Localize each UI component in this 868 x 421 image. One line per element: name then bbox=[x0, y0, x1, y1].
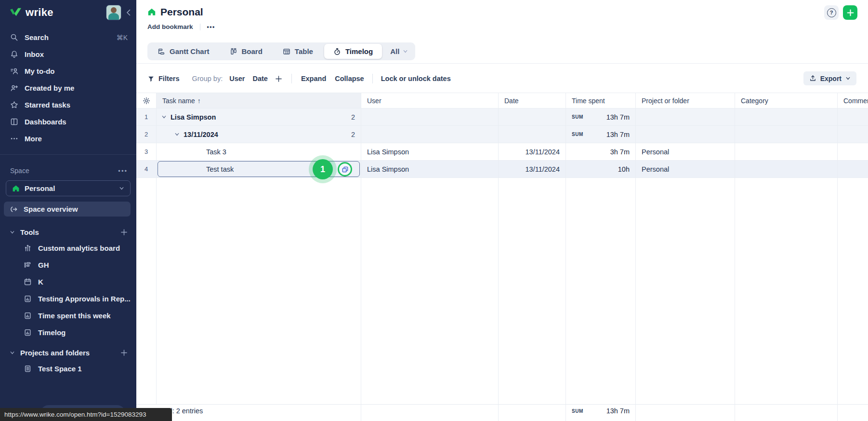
tab-table[interactable]: Table bbox=[273, 42, 323, 60]
table-row-group-user[interactable]: 1 Lisa Simpson 2 SUM 13h 7m bbox=[136, 109, 868, 126]
sidebar-collapse-chevron-icon[interactable] bbox=[126, 9, 131, 16]
table-row-test-task[interactable]: 4 Test task Lisa Simpson 13/11/2024 10h … bbox=[136, 161, 868, 178]
sidebar-item-k[interactable]: K bbox=[0, 273, 136, 290]
sidebar-item-starred-tasks[interactable]: Starred tasks bbox=[0, 96, 136, 113]
user-cell[interactable]: Lisa Simpson bbox=[361, 143, 499, 161]
bell-icon bbox=[10, 50, 18, 58]
task-name-cell[interactable]: Test task bbox=[157, 161, 361, 178]
group-cell-user[interactable]: Lisa Simpson 2 bbox=[157, 109, 361, 126]
sidebar-item-time-spent-this-week[interactable]: Time spent this week bbox=[0, 307, 136, 324]
report-icon bbox=[24, 295, 32, 303]
sidebar-item-custom-analytics-board[interactable]: Custom analytics board bbox=[0, 240, 136, 257]
export-button[interactable]: Export bbox=[803, 71, 856, 85]
chevron-down-icon[interactable] bbox=[174, 132, 180, 137]
tab-gantt-chart[interactable]: Gantt Chart bbox=[147, 42, 220, 60]
sidebar-item-created-by-me[interactable]: Created by me bbox=[0, 80, 136, 96]
add-bookmark-link[interactable]: Add bookmark bbox=[147, 23, 193, 30]
add-project-icon[interactable] bbox=[120, 349, 128, 356]
expand-button[interactable]: Expand bbox=[301, 75, 326, 82]
project-cell[interactable]: Personal bbox=[636, 143, 735, 161]
add-tool-icon[interactable] bbox=[120, 229, 128, 236]
grid-settings-cell[interactable] bbox=[136, 93, 157, 109]
column-header-time-spent[interactable]: Time spent bbox=[566, 93, 636, 109]
help-button[interactable]: ? bbox=[824, 5, 839, 20]
date-cell[interactable]: 13/11/2024 bbox=[499, 161, 566, 178]
tools-label: Tools bbox=[20, 228, 39, 236]
sidebar-divider bbox=[0, 154, 136, 155]
bookmark-row: Add bookmark ••• bbox=[147, 23, 215, 30]
wrike-logo[interactable]: wrike bbox=[10, 6, 53, 19]
sidebar-item-inbox[interactable]: Inbox bbox=[0, 46, 136, 63]
column-header-category[interactable]: Category bbox=[735, 93, 838, 109]
column-header-date[interactable]: Date bbox=[499, 93, 566, 109]
stopwatch-icon bbox=[333, 48, 341, 55]
chevron-down-icon bbox=[10, 230, 15, 235]
table-row-task-3[interactable]: 3 Task 3 Lisa Simpson 13/11/2024 3h 7m P… bbox=[136, 143, 868, 161]
sidebar-item-search[interactable]: Search ⌘K bbox=[0, 29, 136, 46]
column-header-task-name[interactable]: Task name ↑ bbox=[157, 93, 361, 109]
sidebar-item-more[interactable]: More bbox=[0, 130, 136, 147]
group-count: 2 bbox=[351, 131, 355, 138]
tab-board[interactable]: Board bbox=[220, 42, 273, 60]
user-avatar[interactable] bbox=[106, 5, 121, 20]
table-icon bbox=[283, 48, 290, 55]
space-overview-icon bbox=[10, 205, 18, 213]
time-spent-cell[interactable]: 3h 7m bbox=[566, 143, 636, 161]
report-icon bbox=[24, 312, 32, 320]
sidebar-item-test-space-1[interactable]: Test Space 1 bbox=[0, 360, 136, 377]
chevron-down-icon[interactable] bbox=[161, 114, 167, 120]
column-header-user[interactable]: User bbox=[361, 93, 499, 109]
time-spent-value: 3h 7m bbox=[610, 148, 630, 156]
sidebar-item-timelog[interactable]: Timelog bbox=[0, 324, 136, 341]
divider bbox=[291, 74, 292, 83]
tab-timelog[interactable]: Timelog bbox=[324, 44, 382, 59]
space-more-icon[interactable]: ••• bbox=[118, 167, 128, 175]
user-cell[interactable]: Lisa Simpson bbox=[361, 161, 499, 178]
tab-label: All bbox=[390, 47, 399, 55]
projects-section-header[interactable]: Projects and folders bbox=[0, 345, 136, 360]
sidebar-item-label: Custom analytics board bbox=[38, 244, 120, 252]
project-cell[interactable]: Personal bbox=[636, 161, 735, 178]
space-section-header: Space ••• bbox=[0, 164, 136, 177]
add-grouping-icon[interactable] bbox=[275, 75, 282, 82]
group-by-user[interactable]: User bbox=[229, 75, 245, 82]
collapse-button[interactable]: Collapse bbox=[335, 75, 364, 82]
task-name: Task 3 bbox=[206, 148, 226, 156]
tab-all-dropdown[interactable]: All bbox=[383, 42, 415, 60]
selection-outline bbox=[158, 161, 360, 177]
sidebar-item-gh[interactable]: GH bbox=[0, 257, 136, 273]
sidebar-nav: Search ⌘K Inbox My to-do Created by me S… bbox=[0, 25, 136, 147]
filters-button[interactable]: Filters bbox=[147, 75, 180, 82]
create-new-button[interactable] bbox=[843, 5, 857, 20]
table-row-group-date[interactable]: 2 13/11/2024 2 SUM 13h 7m bbox=[136, 126, 868, 143]
group-by-label: Group by: bbox=[192, 75, 223, 82]
time-spent-cell[interactable]: 10h bbox=[566, 161, 636, 178]
group-by-date[interactable]: Date bbox=[252, 75, 267, 82]
wrike-logo-text: wrike bbox=[26, 6, 53, 19]
column-header-project[interactable]: Project or folder bbox=[636, 93, 735, 109]
tools-section-header[interactable]: Tools bbox=[0, 224, 136, 240]
sidebar-item-label: Test Space 1 bbox=[38, 365, 82, 373]
sidebar-item-label: Inbox bbox=[25, 50, 44, 58]
sidebar-item-label: More bbox=[25, 135, 42, 143]
task-name-cell[interactable]: Task 3 bbox=[157, 143, 361, 161]
sidebar-header: wrike bbox=[0, 0, 136, 25]
time-spent-value: 10h bbox=[618, 165, 630, 173]
sidebar-item-my-todo[interactable]: My to-do bbox=[0, 63, 136, 80]
open-task-button[interactable] bbox=[338, 162, 352, 177]
sidebar-item-dashboards[interactable]: Dashboards bbox=[0, 113, 136, 130]
group-cell-date[interactable]: 13/11/2024 2 bbox=[157, 126, 361, 143]
column-header-comments[interactable]: Comments bbox=[838, 93, 868, 109]
chevron-down-icon bbox=[119, 186, 124, 191]
sidebar-item-label: Created by me bbox=[25, 84, 74, 92]
date-cell[interactable]: 13/11/2024 bbox=[499, 143, 566, 161]
lock-unlock-dates-button[interactable]: Lock or unlock dates bbox=[381, 75, 451, 82]
sidebar-item-space-overview[interactable]: Space overview bbox=[4, 202, 131, 217]
page-title: Personal bbox=[160, 6, 203, 18]
header-more-icon[interactable]: ••• bbox=[207, 24, 215, 30]
sidebar-item-label: Time spent this week bbox=[38, 312, 111, 320]
sidebar-item-testing-approvals[interactable]: Testing Approvals in Rep... bbox=[0, 290, 136, 307]
section-divider bbox=[136, 63, 868, 64]
space-label: Space bbox=[10, 167, 29, 175]
space-selector[interactable]: Personal bbox=[6, 180, 131, 196]
